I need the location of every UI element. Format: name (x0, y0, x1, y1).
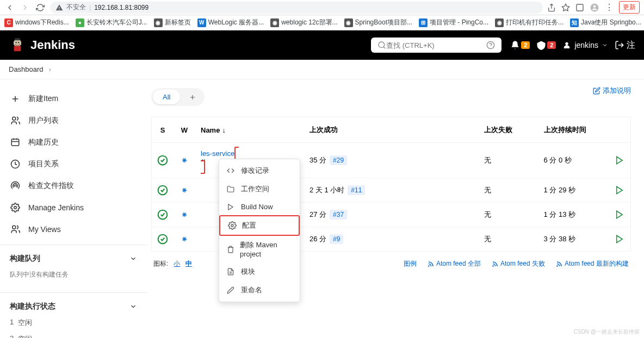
svg-point-30 (183, 238, 185, 240)
breadcrumb-dashboard[interactable]: Dashboard (9, 65, 44, 73)
update-button[interactable]: 更新 (619, 1, 640, 14)
extensions-icon[interactable] (575, 3, 584, 12)
atom-fail-link[interactable]: Atom feed 失败 (492, 259, 545, 268)
col-last-failure[interactable]: 上次失败 (479, 117, 538, 143)
svg-marker-27 (616, 211, 622, 218)
dropdown-item-folder[interactable]: 工作空间 (219, 180, 300, 198)
build-number-link[interactable]: #11 (348, 185, 365, 195)
relation-icon (10, 159, 21, 170)
duration-cell: 1 分 13 秒 (538, 203, 609, 227)
dropdown-item-trash[interactable]: 删除 Maven project (219, 236, 300, 262)
last-failure-cell: 无 (479, 227, 538, 252)
icon-label: 图标: (153, 259, 168, 268)
bookmark-item[interactable]: ◉SpringBoot项目部... (344, 18, 412, 27)
bookmark-item[interactable]: ◉weblogic 12c部署... (270, 18, 337, 27)
back-button[interactable] (4, 2, 15, 13)
bookmark-item[interactable]: ◉新标签页 (154, 18, 191, 27)
dropdown-item-pen[interactable]: 重命名 (219, 281, 300, 299)
build-now-button[interactable] (615, 234, 626, 244)
svg-point-26 (183, 214, 185, 215)
atom-latest-link[interactable]: Atom feed 最新的构建 (556, 259, 629, 268)
notification-icon[interactable]: 2 (510, 40, 530, 50)
search-icon (377, 41, 386, 49)
atom-all-link[interactable]: Atom feed 全部 (428, 259, 481, 268)
build-now-button[interactable] (615, 210, 626, 220)
executor-status-header[interactable]: 构建执行状态 (9, 298, 138, 315)
col-status[interactable]: S (152, 117, 174, 143)
bookmark-item[interactable]: ⊞项目管理 - PingCo... (419, 18, 488, 27)
build-number-link[interactable]: #37 (330, 210, 347, 220)
bookmark-item[interactable]: ◉打印机有打印任务... (495, 18, 564, 27)
bookmark-item[interactable]: 知Java使用 Springbo... (570, 18, 641, 27)
col-last-success[interactable]: 上次成功 (304, 117, 479, 143)
col-duration[interactable]: 上次持续时间 (538, 117, 609, 143)
sidebar-item-relation[interactable]: 项目关系 (0, 153, 147, 175)
weather-sunny-icon (179, 185, 190, 196)
build-number-link[interactable]: #9 (330, 234, 343, 244)
tab-all[interactable]: All (153, 90, 180, 104)
build-queue-header[interactable]: 构建队列 (9, 251, 138, 267)
views-icon (10, 224, 21, 235)
svg-point-11 (13, 117, 16, 120)
build-now-button[interactable] (615, 155, 626, 165)
chevron-right-icon: › (49, 65, 51, 73)
sidebar-item-views[interactable]: My Views (0, 218, 147, 240)
build-now-button[interactable] (615, 185, 626, 195)
svg-marker-23 (616, 186, 622, 194)
dropdown-item-gear[interactable]: 配置 (219, 215, 300, 236)
sidebar-item-fingerprint[interactable]: 检查文件指纹 (0, 175, 147, 197)
url-bar[interactable]: 不安全 | 192.168.1.81:8099 (50, 2, 543, 14)
star-icon[interactable] (561, 3, 570, 12)
alert-icon[interactable]: 2 (536, 40, 556, 50)
add-tab-button[interactable] (182, 90, 203, 104)
search-input[interactable] (386, 41, 486, 49)
user-menu[interactable]: jenkins (562, 41, 608, 49)
add-description-link[interactable]: 添加说明 (593, 86, 631, 96)
weather-sunny-icon (179, 234, 190, 245)
col-weather[interactable]: W (174, 117, 195, 143)
svg-point-34 (557, 266, 558, 266)
reload-button[interactable] (35, 2, 46, 13)
bookmark-item[interactable]: WWebLogic 服务器... (197, 18, 264, 27)
svg-point-14 (14, 206, 17, 209)
build-number-link[interactable]: #29 (330, 155, 347, 165)
icon-size-small[interactable]: 小 (174, 259, 180, 268)
svg-point-36 (231, 224, 233, 227)
help-icon[interactable] (486, 41, 495, 49)
legend-link[interactable]: 图例 (404, 259, 417, 268)
svg-point-33 (493, 266, 493, 266)
duration-cell: 1 分 29 秒 (538, 178, 609, 203)
svg-marker-31 (616, 235, 622, 243)
svg-point-15 (13, 226, 16, 229)
forward-button[interactable] (20, 2, 30, 13)
executor-row: 1空闲 (9, 315, 138, 331)
sidebar-item-gear[interactable]: Manage Jenkins (0, 197, 147, 218)
profile-icon[interactable] (590, 3, 599, 12)
bookmark-item[interactable]: ●长安铃木汽车公司J... (76, 18, 147, 27)
menu-icon[interactable]: ⋮ (605, 2, 614, 12)
sidebar-item-plus[interactable]: 新建Item (0, 88, 147, 110)
icon-size-medium[interactable]: 中 (185, 259, 192, 268)
svg-rect-0 (577, 4, 583, 11)
jenkins-logo[interactable]: Jenkins (9, 36, 75, 54)
sidebar-item-history[interactable]: 构建历史 (0, 132, 147, 153)
bookmark-item[interactable]: Cwindows下Redis... (4, 18, 69, 27)
dropdown-item-code[interactable]: 修改记录 (219, 161, 300, 180)
chevron-down-icon (602, 42, 608, 48)
header-search[interactable] (371, 37, 501, 53)
status-ok-icon (157, 234, 168, 245)
logout-button[interactable]: 注 (615, 40, 635, 51)
col-name[interactable]: Name↓ (195, 117, 304, 143)
status-ok-icon (157, 185, 168, 196)
sidebar-item-people[interactable]: 用户列表 (0, 110, 147, 132)
share-icon[interactable] (547, 3, 556, 12)
status-ok-icon (157, 155, 168, 166)
job-name-link[interactable]: les-service (201, 149, 234, 158)
url-security-label: 不安全 (66, 3, 86, 12)
dropdown-item-play[interactable]: Build Now (219, 198, 300, 215)
trash-icon (227, 246, 234, 253)
warning-icon (55, 4, 63, 11)
dropdown-item-doc[interactable]: 模块 (219, 262, 300, 281)
user-icon (562, 41, 571, 49)
svg-marker-19 (616, 157, 622, 164)
